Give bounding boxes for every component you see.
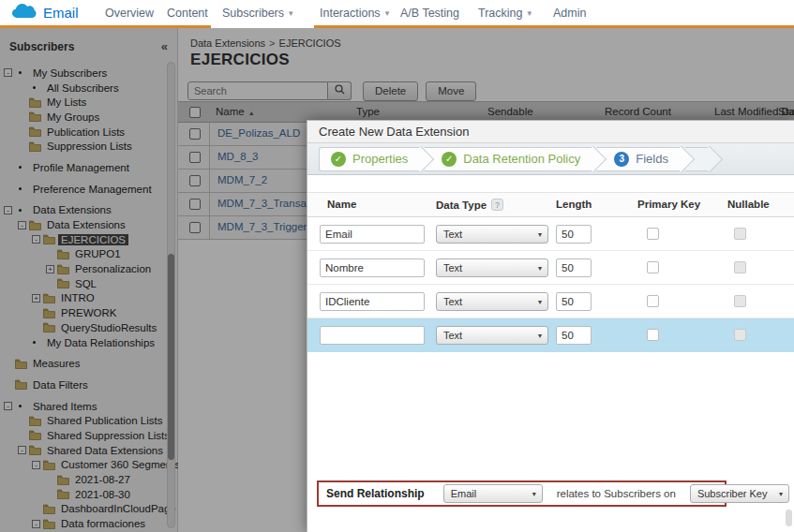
field-row: Text▾ xyxy=(307,318,794,352)
nullable-checkbox[interactable] xyxy=(734,261,746,273)
app-title: Email xyxy=(43,5,79,21)
wizard-steps: ✓Properties✓Data Retention Policy3Fields xyxy=(307,143,794,175)
nav-item-label: Interactions xyxy=(320,7,381,20)
modal-title: Create New Data Extension xyxy=(307,121,794,143)
nav-underline xyxy=(0,25,794,28)
fields-table-body: Text▾Text▾Text▾Text▾ xyxy=(307,217,794,352)
wizard-step-data-retention-policy[interactable]: ✓Data Retention Policy xyxy=(425,147,593,171)
brand[interactable]: Email xyxy=(11,3,79,22)
field-name-input[interactable] xyxy=(320,259,425,277)
chevron-down-icon: ▾ xyxy=(538,264,542,273)
column-header-data-type-label: Data Type xyxy=(436,200,487,211)
data-type-select[interactable]: Text▾ xyxy=(436,326,548,345)
chevron-down-icon: ▾ xyxy=(289,8,293,18)
column-header-name: Name xyxy=(327,199,356,210)
primary-key-checkbox[interactable] xyxy=(647,228,659,240)
modal-scrollbar-thumb[interactable] xyxy=(786,510,792,526)
send-relationship-connector-text: relates to Subscribers on xyxy=(557,488,676,499)
cloud-logo-icon xyxy=(11,3,37,22)
data-type-value: Text xyxy=(443,262,462,273)
nullable-checkbox[interactable] xyxy=(734,295,746,307)
nav-active-indicator xyxy=(211,25,314,28)
data-type-value: Text xyxy=(443,296,462,307)
chevron-down-icon: ▾ xyxy=(385,8,390,18)
top-nav: Email OverviewContentSubscribers▾Interac… xyxy=(0,0,794,28)
nav-item-overview[interactable]: Overview xyxy=(105,0,154,25)
column-header-nullable: Nullable xyxy=(727,199,770,210)
nullable-checkbox[interactable] xyxy=(734,329,746,341)
step-number-badge: 3 xyxy=(614,152,629,167)
nav-item-interactions[interactable]: Interactions▾ xyxy=(320,0,389,25)
wizard-step-label: Fields xyxy=(636,152,668,166)
field-row: Text▾ xyxy=(307,251,794,285)
data-type-value: Text xyxy=(443,229,462,240)
send-relationship-field-value: Email xyxy=(451,488,477,499)
send-relationship-field-select[interactable]: Email ▾ xyxy=(443,484,543,503)
chevron-down-icon: ▾ xyxy=(527,8,532,18)
chevron-down-icon: ▾ xyxy=(538,332,542,340)
nullable-checkbox[interactable] xyxy=(734,228,746,240)
primary-key-checkbox[interactable] xyxy=(647,295,659,307)
chevron-down-icon: ▾ xyxy=(538,230,542,239)
send-relationship-annotated-box: Send Relationship Email ▾ relates to Sub… xyxy=(317,480,727,507)
subscriber-key-select[interactable]: Subscriber Key ▾ xyxy=(690,484,789,503)
create-data-extension-modal: Create New Data Extension ✓Properties✓Da… xyxy=(307,120,794,532)
wizard-step-label: Properties xyxy=(352,152,408,166)
field-name-input[interactable] xyxy=(320,225,425,244)
nav-item-label: Subscribers xyxy=(222,7,284,20)
help-icon[interactable]: ? xyxy=(491,199,503,211)
column-header-length: Length xyxy=(556,199,592,210)
nav-item-label: Tracking xyxy=(478,7,522,20)
nav-item-label: Content xyxy=(167,7,208,20)
length-input[interactable] xyxy=(556,225,592,244)
nav-item-label: Admin xyxy=(553,7,586,20)
fields-table-header: Name Data Type ? Length Primary Key Null… xyxy=(307,192,794,217)
wizard-step-fields[interactable]: 3Fields xyxy=(597,147,682,171)
primary-key-checkbox[interactable] xyxy=(647,329,659,341)
data-type-select[interactable]: Text▾ xyxy=(436,259,548,277)
app-screen: Email OverviewContentSubscribers▾Interac… xyxy=(0,0,794,532)
field-name-input[interactable] xyxy=(320,326,425,345)
nav-item-admin[interactable]: Admin xyxy=(553,0,586,25)
nav-item-content[interactable]: Content xyxy=(167,0,208,25)
nav-item-subscribers[interactable]: Subscribers▾ xyxy=(222,0,293,25)
chevron-down-icon: ▾ xyxy=(532,490,536,498)
length-input[interactable] xyxy=(556,259,592,277)
primary-key-checkbox[interactable] xyxy=(647,261,659,273)
subscriber-key-value: Subscriber Key xyxy=(697,488,768,499)
wizard-step-label: Data Retention Policy xyxy=(463,152,580,166)
nav-item-tracking[interactable]: Tracking▾ xyxy=(478,0,532,25)
chevron-down-icon: ▾ xyxy=(779,490,783,498)
send-relationship-label: Send Relationship xyxy=(326,487,425,500)
length-input[interactable] xyxy=(556,326,592,345)
column-header-data-type: Data Type ? xyxy=(436,199,503,211)
data-type-select[interactable]: Text▾ xyxy=(436,292,548,311)
nav-item-label: Overview xyxy=(105,7,154,20)
nav-item-label: A/B Testing xyxy=(400,7,459,20)
field-row: Text▾ xyxy=(307,217,794,251)
nav-item-a-b-testing[interactable]: A/B Testing xyxy=(400,0,459,25)
check-circle-icon: ✓ xyxy=(442,152,457,167)
column-header-primary-key: Primary Key xyxy=(637,199,700,210)
data-type-select[interactable]: Text▾ xyxy=(436,225,548,244)
field-name-input[interactable] xyxy=(320,292,425,311)
check-circle-icon: ✓ xyxy=(331,152,346,167)
wizard-step-properties[interactable]: ✓Properties xyxy=(319,147,421,171)
field-row: Text▾ xyxy=(307,285,794,318)
length-input[interactable] xyxy=(556,292,592,311)
data-type-value: Text xyxy=(443,330,462,341)
chevron-down-icon: ▾ xyxy=(538,298,542,306)
